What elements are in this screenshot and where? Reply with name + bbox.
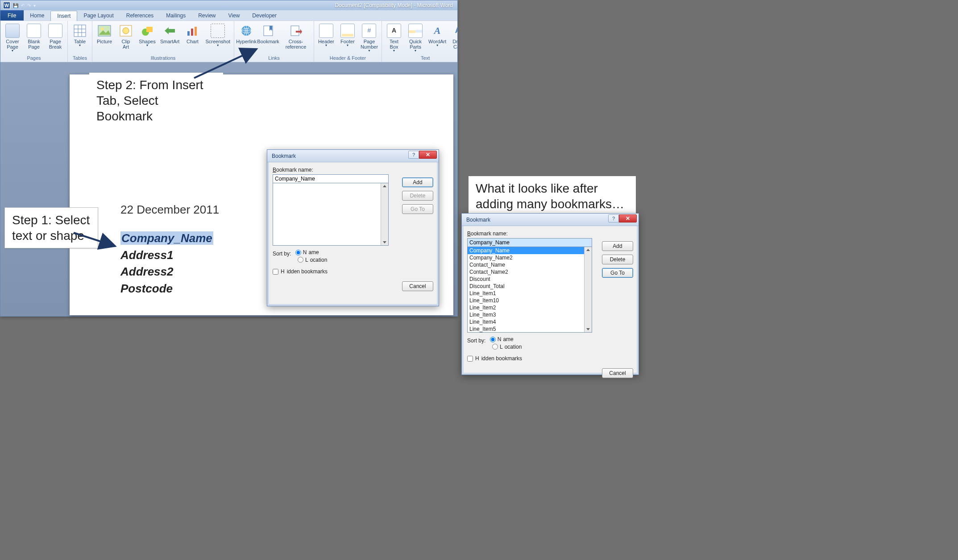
add-button[interactable]: Add: [402, 177, 433, 187]
blank-page-button[interactable]: Blank Page: [25, 23, 43, 50]
wordart-button[interactable]: A WordArt ▼: [427, 23, 447, 48]
picture-button[interactable]: Picture: [95, 23, 114, 45]
smartart-button[interactable]: SmartArt: [159, 23, 180, 45]
list-item[interactable]: Contact_Name2: [468, 268, 592, 276]
quick-parts-icon: [408, 24, 423, 38]
bookmark-icon: [261, 24, 275, 38]
hyperlink-button[interactable]: Hyperlink: [237, 23, 256, 45]
svg-point-8: [123, 28, 129, 34]
selected-text[interactable]: Company_Name: [120, 231, 213, 245]
bookmark-button[interactable]: Bookmark: [258, 23, 278, 45]
tab-insert[interactable]: Insert: [50, 11, 77, 21]
sort-by-group: Sort by: Name Location: [467, 336, 633, 351]
chart-button[interactable]: Chart: [183, 23, 202, 45]
redo-icon[interactable]: ↷: [27, 3, 31, 8]
tab-review[interactable]: Review: [192, 10, 222, 21]
list-item[interactable]: Discount: [468, 276, 592, 283]
bookmark-list[interactable]: Company_Name Company_Name2 Contact_Name …: [467, 247, 592, 333]
group-illustrations: Picture Clip Art Shapes ▼: [92, 21, 234, 62]
annotation-step1: Step 1: Select text or shape: [4, 207, 98, 248]
page-number-button[interactable]: # Page Number ▼: [360, 23, 379, 54]
list-item[interactable]: Line_Item2: [468, 304, 592, 311]
list-item[interactable]: Line_Item1: [468, 290, 592, 297]
chevron-down-icon: ▼: [393, 49, 396, 53]
cross-reference-button[interactable]: Cross-reference: [281, 23, 311, 50]
sort-name-radio[interactable]: Name: [295, 249, 319, 255]
dialog-titlebar[interactable]: Bookmark ? ✕: [267, 150, 439, 162]
tab-developer[interactable]: Developer: [246, 10, 283, 21]
tab-references[interactable]: References: [120, 10, 160, 21]
cover-page-button[interactable]: Cover Page ▼: [3, 23, 22, 54]
group-pages-label: Pages: [27, 54, 41, 62]
sort-location-radio[interactable]: Location: [492, 344, 522, 350]
goto-button[interactable]: Go To: [602, 268, 633, 278]
chart-icon: [185, 24, 199, 38]
help-button[interactable]: ?: [408, 151, 419, 159]
word-icon: W: [3, 2, 10, 9]
ribbon-tabs: File Home Insert Page Layout References …: [0, 10, 457, 21]
undo-icon[interactable]: ↶: [21, 3, 25, 8]
list-item[interactable]: Discount_Total: [468, 283, 592, 290]
chevron-down-icon: ▼: [436, 44, 439, 47]
chevron-down-icon: ▼: [414, 49, 417, 53]
header-button[interactable]: Header ▼: [317, 23, 336, 48]
bookmark-name-input[interactable]: [273, 174, 389, 183]
bookmark-name-label: Bookmark name:: [467, 231, 633, 237]
tab-mailings[interactable]: Mailings: [160, 10, 192, 21]
close-button[interactable]: ✕: [619, 214, 637, 222]
table-button[interactable]: Table ▼: [71, 23, 89, 48]
help-button[interactable]: ?: [608, 214, 619, 222]
list-item[interactable]: Line_Item5: [468, 325, 592, 333]
list-item[interactable]: Company_Name2: [468, 254, 592, 261]
svg-rect-11: [187, 31, 190, 36]
list-item[interactable]: Line_Item3: [468, 311, 592, 318]
scrollbar[interactable]: [584, 247, 592, 332]
file-tab[interactable]: File: [0, 10, 24, 21]
doc-date: 22 December 2011: [120, 203, 219, 217]
annotation-after: What it looks like after adding many boo…: [469, 176, 636, 216]
page-break-button[interactable]: Page Break: [46, 23, 65, 50]
group-text-label: Text: [421, 54, 430, 62]
quick-parts-button[interactable]: Quick Parts ▼: [406, 23, 425, 54]
scrollbar[interactable]: [381, 183, 388, 245]
quick-access-toolbar: W 💾 ↶ ↷ ▾: [0, 0, 38, 10]
tab-page-layout[interactable]: Page Layout: [77, 10, 120, 21]
group-headerfooter-label: Header & Footer: [330, 54, 366, 62]
hidden-bookmarks-checkbox[interactable]: Hidden bookmarks: [467, 355, 522, 362]
bookmark-list[interactable]: [273, 183, 389, 246]
svg-rect-12: [191, 29, 193, 36]
cancel-button[interactable]: Cancel: [402, 281, 433, 291]
close-button[interactable]: ✕: [419, 151, 437, 159]
qat-dropdown-icon[interactable]: ▾: [33, 3, 36, 8]
list-item[interactable]: Line_Item4: [468, 318, 592, 325]
blank-page-icon: [27, 24, 41, 38]
sort-location-radio[interactable]: Location: [298, 257, 327, 263]
svg-rect-13: [195, 27, 197, 36]
save-icon[interactable]: 💾: [13, 3, 18, 8]
footer-button[interactable]: Footer ▼: [338, 23, 357, 48]
svg-rect-0: [74, 25, 86, 37]
tab-home[interactable]: Home: [24, 10, 50, 21]
screenshot-button[interactable]: Screenshot ▼: [204, 23, 231, 48]
page-break-icon: [48, 24, 62, 38]
table-icon: [73, 24, 87, 38]
list-item[interactable]: Line_Item10: [468, 297, 592, 304]
hidden-bookmarks-checkbox[interactable]: Hidden bookmarks: [273, 268, 328, 275]
shapes-button[interactable]: Shapes ▼: [138, 23, 157, 48]
tab-view[interactable]: View: [222, 10, 246, 21]
footer-icon: [340, 24, 355, 38]
doc-line: Address2: [120, 264, 219, 280]
delete-button[interactable]: Delete: [602, 255, 633, 264]
add-button[interactable]: Add: [602, 241, 633, 251]
bookmark-name-input[interactable]: [467, 238, 592, 247]
sort-name-radio[interactable]: Name: [490, 336, 514, 342]
clip-art-button[interactable]: Clip Art: [116, 23, 135, 50]
group-text: A Text Box ▼ Quick Parts ▼ A WordArt ▼: [382, 21, 457, 62]
drop-cap-button[interactable]: A Drop Cap: [450, 23, 457, 50]
text-box-button[interactable]: A Text Box ▼: [385, 23, 403, 54]
dialog-titlebar[interactable]: Bookmark ? ✕: [462, 214, 639, 226]
list-item[interactable]: Company_Name: [468, 247, 592, 254]
list-item[interactable]: Contact_Name: [468, 261, 592, 268]
cancel-button[interactable]: Cancel: [602, 368, 633, 378]
bookmark-dialog-1: Bookmark ? ✕ Bookmark name: Add Delete G…: [267, 149, 439, 306]
